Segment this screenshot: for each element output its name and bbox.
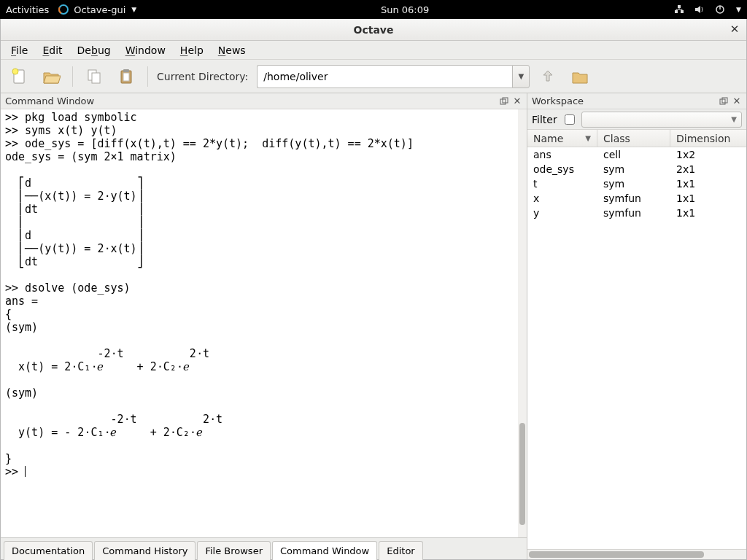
undock-icon[interactable] [499,96,509,106]
scrollbar-thumb[interactable] [529,551,704,558]
separator [72,66,73,87]
tab-command-window[interactable]: Command Window [272,541,377,560]
power-icon[interactable] [714,4,726,15]
paste-button[interactable] [112,64,140,89]
table-row[interactable]: anscell1x2 [527,147,746,162]
tab-command-history[interactable]: Command History [94,541,196,560]
workspace-filter-row: Filter ▼ [527,109,746,130]
app-menu[interactable]: Octave-gui ▼ [58,4,136,15]
tab-documentation[interactable]: Documentation [4,541,93,560]
copy-button[interactable] [80,64,108,89]
cell-name: y [527,206,597,220]
cell-dimension: 2x1 [670,162,736,176]
current-directory-dropdown[interactable]: ▼ [512,65,530,88]
table-row[interactable]: ysymfun1x1 [527,206,746,220]
svg-rect-4 [678,5,681,8]
octave-window: Octave ✕ File Edit Debug Window Help New… [0,19,747,560]
filter-checkbox[interactable] [565,114,575,125]
clock[interactable]: Sun 06:09 [136,4,673,15]
volume-icon[interactable] [694,4,705,15]
chevron-down-icon: ▼ [518,72,524,80]
cursor-icon [25,466,26,477]
svg-rect-11 [123,73,129,81]
workspace-header[interactable]: Workspace ✕ [527,93,746,109]
undock-icon[interactable] [719,96,729,106]
scrollbar[interactable] [527,549,746,559]
bottom-tabbar: Documentation Command History File Brows… [1,537,527,559]
menubar: File Edit Debug Window Help News [1,41,746,60]
cell-class: cell [597,147,670,162]
menu-file[interactable]: File [4,42,35,58]
current-directory-input[interactable] [257,65,512,88]
window-title: Octave [354,24,394,36]
close-pane-icon[interactable]: ✕ [732,96,742,106]
command-window-title: Command Window [5,96,94,106]
menu-help[interactable]: Help [173,42,211,58]
filter-label: Filter [532,114,557,125]
svg-rect-2 [675,10,678,13]
svg-rect-9 [92,73,100,83]
new-script-button[interactable] [5,64,33,89]
cell-name: ans [527,147,597,162]
network-icon[interactable] [673,4,685,15]
chevron-down-icon[interactable]: ▼ [736,6,741,13]
command-window-header[interactable]: Command Window ✕ [1,93,527,109]
table-row[interactable]: tsym1x1 [527,176,746,191]
open-file-button[interactable] [37,64,65,89]
menu-news[interactable]: News [211,42,253,58]
workspace-table[interactable]: Name▼ Class Dimension anscell1x2ode_syss… [527,130,746,549]
cell-dimension: 1x2 [670,147,736,162]
table-row[interactable]: xsymfun1x1 [527,191,746,206]
command-window-console[interactable]: >> pkg load symbolic >> syms x(t) y(t) >… [1,109,527,537]
table-row[interactable]: ode_syssym2x1 [527,162,746,176]
cell-class: sym [597,162,670,176]
tab-file-browser[interactable]: File Browser [197,541,271,560]
tab-editor[interactable]: Editor [379,541,422,560]
cell-class: sym [597,176,670,191]
svg-rect-3 [681,10,684,13]
cell-dimension: 1x1 [670,206,736,220]
up-directory-button[interactable] [534,64,562,89]
workspace-table-header: Name▼ Class Dimension [527,130,746,147]
cell-name: x [527,191,597,206]
scrollbar[interactable] [518,109,527,537]
activities-button[interactable]: Activities [6,4,49,15]
svg-point-7 [12,69,18,74]
scrollbar-thumb[interactable] [519,423,525,525]
col-class[interactable]: Class [597,130,670,147]
window-titlebar[interactable]: Octave ✕ [1,19,746,41]
cell-class: symfun [597,191,670,206]
workspace-title: Workspace [532,96,584,106]
console-output: >> pkg load symbolic >> syms x(t) y(t) >… [5,111,414,478]
sort-desc-icon: ▼ [585,134,591,142]
cell-name: t [527,176,597,191]
browse-directory-button[interactable] [566,64,594,89]
cell-dimension: 1x1 [670,176,736,191]
current-directory-combo[interactable]: ▼ [257,65,530,88]
gnome-topbar: Activities Octave-gui ▼ Sun 06:09 ▼ [0,0,747,19]
cell-dimension: 1x1 [670,191,736,206]
cell-name: ode_sys [527,162,597,176]
filter-combo[interactable]: ▼ [581,112,742,128]
close-pane-icon[interactable]: ✕ [512,96,522,106]
menu-edit[interactable]: Edit [35,42,69,58]
menu-debug[interactable]: Debug [70,42,118,58]
col-name[interactable]: Name▼ [527,130,597,147]
octave-app-icon [58,4,69,15]
current-directory-label: Current Directory: [157,71,248,82]
chevron-down-icon: ▼ [731,115,737,123]
toolbar: Current Directory: ▼ [1,60,746,93]
cell-class: symfun [597,206,670,220]
chevron-down-icon: ▼ [131,6,136,13]
separator [147,66,148,87]
menu-window[interactable]: Window [118,42,173,58]
svg-rect-12 [123,69,129,72]
close-icon[interactable]: ✕ [729,23,740,35]
col-dimension[interactable]: Dimension [670,130,736,147]
